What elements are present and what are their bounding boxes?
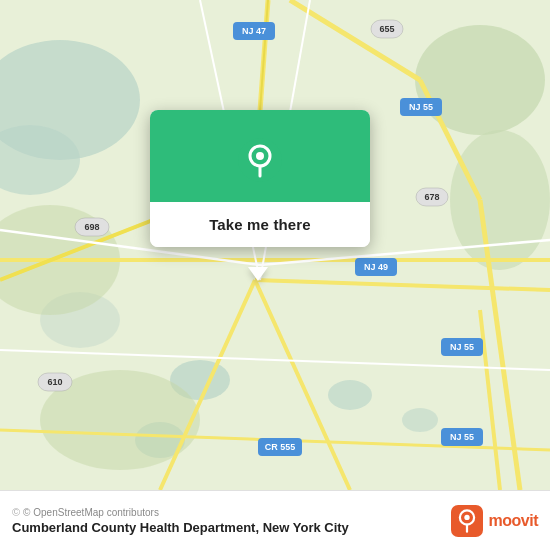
bottom-left-info: © © OpenStreetMap contributors Cumberlan… (12, 506, 451, 535)
svg-text:CR 555: CR 555 (265, 442, 296, 452)
map-container: NJ 47 655 NJ 55 678 698 NJ 49 NJ 55 610 … (0, 0, 550, 490)
svg-text:NJ 55: NJ 55 (450, 342, 474, 352)
location-popup: Take me there (150, 110, 370, 247)
svg-point-9 (450, 130, 550, 270)
svg-text:698: 698 (84, 222, 99, 232)
svg-text:655: 655 (379, 24, 394, 34)
svg-text:NJ 55: NJ 55 (450, 432, 474, 442)
svg-point-8 (415, 25, 545, 135)
popup-tail (248, 267, 268, 281)
moovit-icon (451, 505, 483, 537)
svg-point-55 (464, 514, 469, 519)
svg-text:NJ 47: NJ 47 (242, 26, 266, 36)
bottom-bar: © © OpenStreetMap contributors Cumberlan… (0, 490, 550, 550)
svg-text:678: 678 (424, 192, 439, 202)
popup-header (150, 110, 370, 202)
svg-point-51 (256, 152, 264, 160)
attribution-text: © OpenStreetMap contributors (23, 507, 159, 518)
moovit-text: moovit (489, 512, 538, 530)
svg-text:610: 610 (47, 377, 62, 387)
moovit-logo: moovit (451, 505, 538, 537)
svg-point-7 (402, 408, 438, 432)
svg-point-6 (328, 380, 372, 410)
location-pin-icon (238, 138, 282, 182)
take-me-there-button[interactable]: Take me there (150, 202, 370, 247)
svg-text:NJ 55: NJ 55 (409, 102, 433, 112)
attribution: © © OpenStreetMap contributors (12, 506, 451, 518)
svg-text:NJ 49: NJ 49 (364, 262, 388, 272)
copyright-icon: © (12, 506, 20, 518)
location-name: Cumberland County Health Department, New… (12, 520, 451, 535)
